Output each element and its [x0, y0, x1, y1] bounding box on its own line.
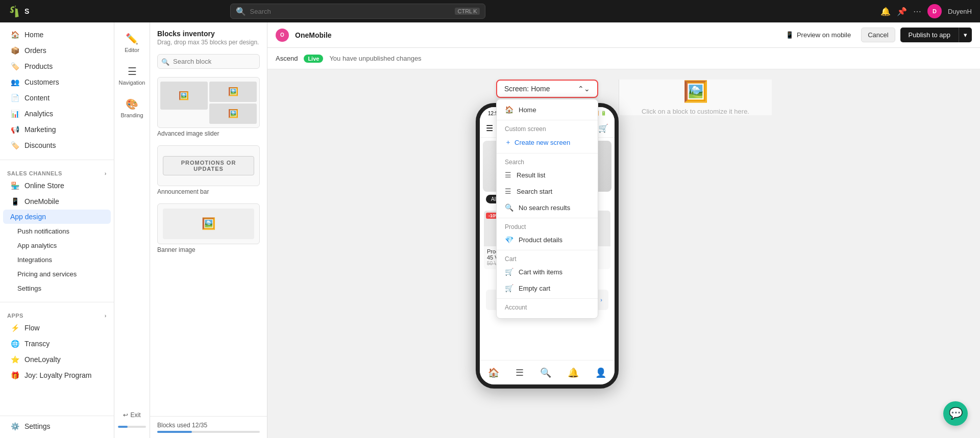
sidebar-item-integrations[interactable]: Integrations — [3, 253, 111, 267]
editor-tab[interactable]: ✏️ Editor — [117, 29, 148, 57]
chat-button[interactable]: 💬 — [943, 401, 968, 426]
search-input[interactable] — [250, 8, 451, 15]
screen-option-empty-cart[interactable]: 🛒 Empty cart — [497, 280, 598, 296]
exit-icon: ↩ — [123, 411, 128, 419]
sidebar-item-app-design[interactable]: App design — [3, 210, 111, 224]
sales-channels-expand-icon[interactable]: › — [105, 170, 107, 176]
avatar[interactable]: D — [927, 4, 942, 18]
home-screen-icon: 🏠 — [505, 106, 513, 114]
pin-icon[interactable]: 📌 — [897, 7, 907, 16]
sidebar-item-settings[interactable]: ⚙️ Settings — [3, 419, 111, 434]
sidebar-item-app-analytics[interactable]: App analytics — [3, 239, 111, 252]
screen-option-no-results[interactable]: 🔍 No search results — [497, 199, 598, 216]
joy-label: Joy: Loyalty Program — [24, 371, 92, 379]
preview-on-mobile-button[interactable]: 📱 Preview on mobile — [780, 28, 856, 42]
publish-dropdown-button[interactable]: ▾ — [959, 28, 972, 42]
block-announcement-label: Announcement bar — [157, 188, 260, 195]
no-results-label: No search results — [519, 204, 570, 212]
cancel-button[interactable]: Cancel — [861, 28, 895, 42]
home-icon: 🏠 — [10, 30, 19, 39]
sidebar-item-onemobile[interactable]: 📱 OneMobile — [3, 194, 111, 209]
apps-expand-icon[interactable]: › — [105, 313, 107, 319]
sidebar-item-flow[interactable]: ⚡ Flow — [3, 320, 111, 336]
content-icon: 📄 — [10, 93, 19, 102]
cart-section-title: Cart — [497, 252, 598, 264]
navigation-tab[interactable]: ☰ Navigation — [117, 61, 148, 90]
cart-with-items-icon: 🛒 — [505, 268, 513, 276]
sidebar-item-products[interactable]: 🏷️ Products — [3, 59, 111, 74]
blocks-panel-desc: Drag, drop max 35 blocks per design. — [157, 39, 260, 46]
left-sidebar: 🏠 Home 📦 Orders 🏷️ Products 👥 Customers … — [0, 22, 114, 438]
more-options-icon[interactable]: ⋯ — [913, 7, 921, 16]
phone-nav-home[interactable]: 🏠 — [488, 367, 499, 378]
flow-label: Flow — [24, 324, 40, 332]
sidebar-item-joy[interactable]: 🎁 Joy: Loyalty Program — [3, 368, 111, 383]
right-placeholder-icon: 🖼️ — [683, 80, 708, 104]
sidebar-item-marketing[interactable]: 📢 Marketing — [3, 122, 111, 137]
screen-dropdown-button[interactable]: Screen: Home ⌃⌄ — [496, 80, 598, 98]
screen-option-result-list[interactable]: ☰ Result list — [497, 167, 598, 183]
screen-option-home[interactable]: 🏠 Home — [497, 101, 598, 118]
banner-preview-icon: 🖼️ — [163, 209, 254, 239]
blocks-progress-bar — [157, 431, 260, 433]
sidebar-item-content[interactable]: 📄 Content — [3, 90, 111, 106]
blocks-progress-fill — [157, 431, 192, 433]
online-store-icon: 🏪 — [10, 181, 19, 190]
sales-channels-label: Sales channels › — [0, 166, 114, 177]
sidebar-item-home[interactable]: 🏠 Home — [3, 27, 111, 42]
branding-tab[interactable]: 🎨 Branding — [117, 94, 148, 122]
analytics-icon: 📊 — [10, 109, 19, 118]
discounts-icon: 🏷️ — [10, 141, 19, 150]
product-details-label: Product details — [519, 236, 562, 244]
block-banner-image[interactable]: 🖼️ Banner image — [157, 203, 260, 253]
exit-button[interactable]: ↩ Exit — [120, 408, 143, 422]
search-start-label: Search start — [517, 188, 552, 195]
shopify-logo[interactable]: S — [8, 5, 29, 17]
sidebar-item-online-store[interactable]: 🏪 Online Store — [3, 178, 111, 193]
slider-cell-2: 🖼️ — [209, 82, 257, 102]
blocks-search-input[interactable] — [157, 54, 260, 69]
user-name: DuyenH — [948, 8, 972, 15]
phone-nav-search[interactable]: 🔍 — [540, 367, 551, 378]
shopify-label: S — [24, 7, 29, 15]
orders-icon: 📦 — [10, 46, 19, 55]
sidebar-item-customers[interactable]: 👥 Customers — [3, 74, 111, 90]
sidebar-item-transcy[interactable]: 🌐 Transcy — [3, 336, 111, 351]
notifications-icon[interactable]: 🔔 — [880, 7, 891, 16]
screen-option-product-details[interactable]: 💎 Product details — [497, 231, 598, 248]
screen-option-search-start[interactable]: ☰ Search start — [497, 183, 598, 199]
screen-option-cart-with-items[interactable]: 🛒 Cart with items — [497, 264, 598, 280]
sidebar-item-push-notifications[interactable]: Push notifications — [3, 224, 111, 238]
preview-label: Preview on mobile — [797, 31, 851, 39]
integrations-label: Integrations — [17, 256, 52, 264]
product-section-title: Product — [497, 220, 598, 231]
block-advanced-image-slider[interactable]: 🖼️ 🖼️ 🖼️ Advanced image slider — [157, 77, 260, 137]
sidebar-item-oneloyalty[interactable]: ⭐ OneLoyalty — [3, 352, 111, 367]
block-announcement-bar[interactable]: PROMOTIONS OR UPDATES Announcement bar — [157, 145, 260, 195]
create-new-screen-button[interactable]: ＋ Create new screen — [497, 134, 598, 151]
sidebar-item-analytics[interactable]: 📊 Analytics — [3, 106, 111, 121]
phone-cart-icon[interactable]: 🛒 — [598, 123, 608, 133]
blocks-search-wrap[interactable]: 🔍 — [157, 54, 260, 69]
top-nav-right: 🔔 📌 ⋯ D DuyenH — [880, 4, 972, 18]
phone-nav-list[interactable]: ☰ — [516, 367, 524, 378]
settings-label: Settings — [24, 422, 51, 430]
app-toolbar: Ascend Live You have unpublished changes — [267, 48, 980, 69]
account-section-title: Account — [497, 301, 598, 312]
global-search-bar[interactable]: 🔍 CTRLK — [230, 4, 485, 19]
oneloyalty-icon: ⭐ — [10, 355, 19, 364]
phone-nav-bell[interactable]: 🔔 — [568, 367, 579, 378]
phone-nav-user[interactable]: 👤 — [595, 367, 606, 378]
publish-to-app-button[interactable]: Publish to app — [900, 28, 959, 42]
navigation-icon: ☰ — [128, 65, 137, 78]
sidebar-item-orders[interactable]: 📦 Orders — [3, 43, 111, 58]
phone-menu-icon[interactable]: ☰ — [486, 123, 493, 133]
onemobile-icon: 📱 — [10, 197, 19, 206]
sidebar-item-app-design-label: App design — [10, 213, 46, 221]
screen-dropdown-value: Screen: Home — [504, 85, 550, 93]
sidebar-item-discounts[interactable]: 🏷️ Discounts — [3, 138, 111, 153]
sidebar-item-pricing[interactable]: Pricing and services — [3, 267, 111, 281]
sidebar-item-settings-sub[interactable]: Settings — [3, 281, 111, 295]
preview-area: Screen: Home ⌃⌄ 🏠 Home Custom screen ＋ — [267, 69, 980, 438]
main-content: O OneMobile 📱 Preview on mobile Cancel P… — [267, 22, 980, 438]
